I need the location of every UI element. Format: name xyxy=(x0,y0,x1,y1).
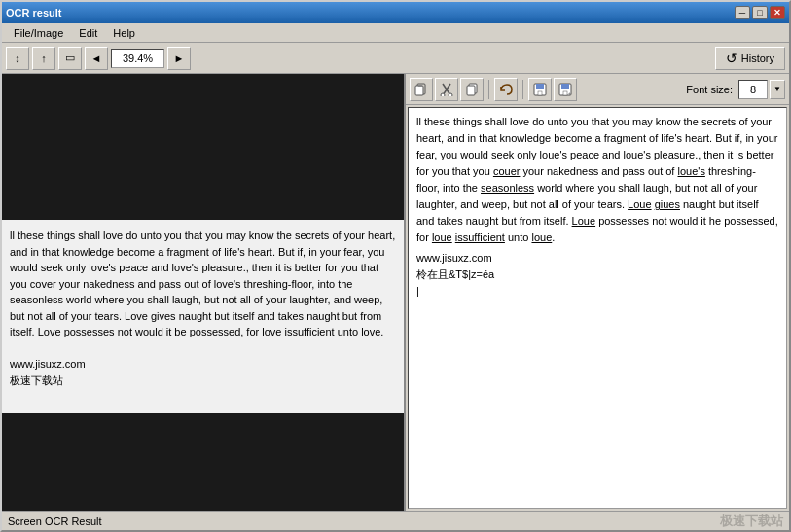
menu-file-image[interactable]: File/Image xyxy=(6,25,71,41)
undo-button[interactable] xyxy=(494,78,518,101)
left-panel: ll these things shall love do unto you t… xyxy=(2,74,406,511)
save-button[interactable] xyxy=(528,78,552,101)
toolbar-separator-1 xyxy=(488,80,489,99)
status-bar: Screen OCR Result 极速下载站 xyxy=(2,511,789,530)
menu-edit[interactable]: Edit xyxy=(71,25,105,41)
svg-rect-11 xyxy=(538,91,542,95)
nav-right-btn[interactable]: ► xyxy=(167,47,191,70)
zoom-display: 39.4% xyxy=(111,49,164,68)
right-panel: + Font size: ▼ ll these things shall lov… xyxy=(406,74,789,511)
font-size-dropdown[interactable]: ▼ xyxy=(770,80,785,99)
status-text: Screen OCR Result xyxy=(8,515,102,527)
minimize-button[interactable]: ─ xyxy=(735,6,750,19)
close-button[interactable]: ✕ xyxy=(770,6,785,19)
toolbar: ↕ ↑ ▭ ◄ 39.4% ► ↺ History xyxy=(2,43,789,74)
font-size-label: Font size: xyxy=(686,84,733,95)
title-bar: OCR result ─ □ ✕ xyxy=(2,2,789,23)
svg-text:+: + xyxy=(568,90,571,96)
copy-button[interactable] xyxy=(460,78,484,101)
window-title: OCR result xyxy=(6,7,61,18)
right-text-area[interactable]: ll these things shall love do unto you t… xyxy=(408,107,787,509)
right-cursor: | xyxy=(416,283,778,300)
nav-left-btn[interactable]: ◄ xyxy=(85,47,108,70)
left-chinese-text: 极速下载站 xyxy=(10,372,396,389)
save-as-button[interactable]: + xyxy=(554,78,577,101)
svg-point-6 xyxy=(449,93,452,96)
paste-button[interactable] xyxy=(410,78,433,101)
nav-up-btn[interactable]: ↑ xyxy=(32,47,55,70)
right-toolbar: + Font size: ▼ xyxy=(406,74,789,105)
left-text-content: ll these things shall love do unto you t… xyxy=(10,228,396,340)
main-window: OCR result ─ □ ✕ File/Image Edit Help ↕ … xyxy=(0,0,791,532)
toolbar-separator-2 xyxy=(522,80,523,99)
history-icon: ↺ xyxy=(726,51,737,66)
svg-rect-10 xyxy=(536,84,544,89)
right-url: www.jisuxz.com xyxy=(416,250,778,266)
cut-button[interactable] xyxy=(435,78,458,101)
svg-rect-1 xyxy=(415,86,423,95)
menu-help[interactable]: Help xyxy=(105,25,143,41)
left-url: www.jisuxz.com xyxy=(10,356,396,372)
svg-rect-14 xyxy=(563,91,567,95)
right-text-para1: ll these things shall love do unto you t… xyxy=(416,114,778,246)
svg-point-5 xyxy=(441,93,445,96)
svg-rect-2 xyxy=(418,85,422,87)
left-text-area: ll these things shall love do unto you t… xyxy=(2,220,404,413)
svg-rect-8 xyxy=(467,86,475,95)
history-label: History xyxy=(741,53,774,64)
svg-rect-13 xyxy=(561,84,569,89)
menu-bar: File/Image Edit Help xyxy=(2,23,789,43)
title-bar-controls: ─ □ ✕ xyxy=(735,6,785,19)
main-area: ll these things shall love do unto you t… xyxy=(2,74,789,511)
image-area-bottom xyxy=(2,413,404,511)
rect-btn[interactable]: ▭ xyxy=(58,47,82,70)
history-button[interactable]: ↺ History xyxy=(715,47,785,70)
toolbar-left: ↕ ↑ ▭ ◄ 39.4% ► ↺ History xyxy=(6,47,785,70)
right-garbled: 柃在且&T$|z=éa xyxy=(416,266,778,283)
font-size-input[interactable] xyxy=(738,80,768,99)
nav-arrows-btn[interactable]: ↕ xyxy=(6,47,29,70)
watermark-text: 极速下载站 xyxy=(720,513,783,530)
maximize-button[interactable]: □ xyxy=(752,6,768,19)
image-area-top xyxy=(2,74,404,220)
